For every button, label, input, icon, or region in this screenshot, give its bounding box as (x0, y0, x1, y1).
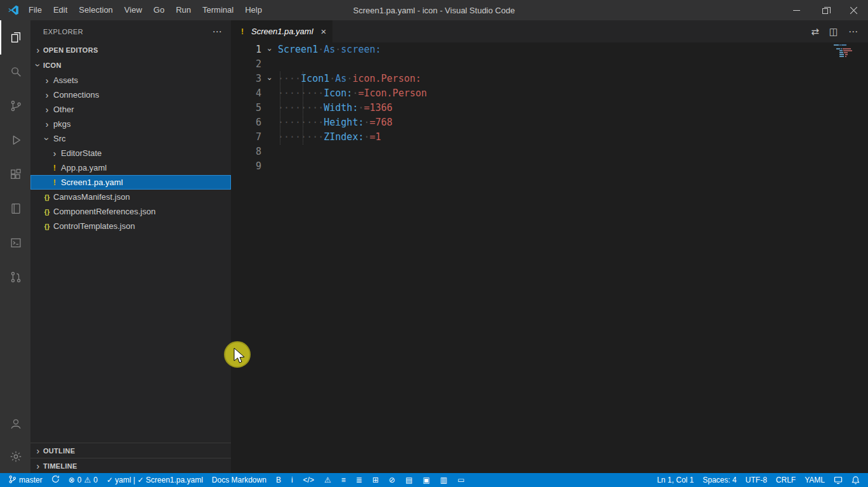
run-debug-icon[interactable] (0, 123, 30, 157)
italic-icon[interactable]: i (286, 473, 298, 487)
save-file-icon[interactable]: ▤ (400, 473, 418, 487)
fold-spacer (261, 115, 278, 130)
tree-item-pkgs[interactable]: ›pkgs (30, 117, 231, 131)
line-number: 5 (231, 101, 261, 115)
more-actions-icon[interactable]: ⋯ (213, 26, 222, 37)
section-project-root[interactable]: › ICON (30, 58, 231, 73)
language-mode[interactable]: YAML (800, 473, 829, 487)
account-icon[interactable] (0, 407, 30, 440)
window-controls (782, 0, 868, 20)
search-icon[interactable] (0, 55, 30, 89)
code-line-4[interactable]: 4········Icon:·=Icon.Person (231, 86, 868, 101)
tree-item-connections[interactable]: ›Connections (30, 88, 231, 102)
chevron-right-icon: › (33, 45, 43, 55)
menu-edit[interactable]: Edit (48, 0, 73, 20)
pull-request-icon[interactable] (0, 260, 30, 294)
tree-item-src[interactable]: ›Src (30, 131, 231, 146)
split-editor-icon[interactable]: ◫ (829, 26, 838, 37)
tree-item-componentreferences-json[interactable]: {}ComponentReferences.json (30, 204, 231, 219)
terminal-box-icon[interactable] (0, 226, 30, 260)
notifications-bell-icon[interactable] (847, 473, 864, 487)
export-icon[interactable]: ▥ (435, 473, 452, 487)
language-status[interactable]: ✓ yaml | ✓ Screen1.pa.yaml (102, 473, 207, 487)
insert-table-icon[interactable]: ⊞ (367, 473, 384, 487)
tree-item-editorstate[interactable]: ›EditorState (30, 146, 231, 160)
code-line-3[interactable]: 3›····Icon1·As·icon.Person: (231, 72, 868, 86)
restore-button[interactable] (811, 0, 839, 20)
menu-help[interactable]: Help (239, 0, 268, 20)
bold-icon[interactable]: B (271, 473, 286, 487)
menu-file[interactable]: File (23, 0, 48, 20)
encoding-setting[interactable]: UTF-8 (741, 473, 772, 487)
sync-icon (51, 475, 60, 485)
settings-icon[interactable] (0, 440, 30, 473)
tree-item-controltemplates-json[interactable]: {}ControlTemplates.json (30, 219, 231, 233)
tree-item-canvasmanifest-json[interactable]: {}CanvasManifest.json (30, 190, 231, 204)
code-line-9[interactable]: 9 (231, 159, 868, 174)
docs-icon[interactable] (0, 192, 30, 226)
section-open-editors[interactable]: › OPEN EDITORS (30, 42, 231, 58)
docs-markdown-status[interactable]: Docs Markdown (207, 473, 271, 487)
menu-run[interactable]: Run (170, 0, 197, 20)
code-text: ········Icon:·=Icon.Person (278, 86, 427, 101)
code-icon[interactable]: </> (298, 473, 319, 487)
code-line-8[interactable]: 8 (231, 145, 868, 159)
open-changes-icon[interactable]: ⇄ (811, 26, 819, 37)
remote-indicator-icon[interactable] (829, 473, 847, 487)
code-lines: 1›Screen1·As·screen:23›····Icon1·As·icon… (231, 42, 868, 174)
fold-spacer (261, 86, 278, 101)
tree-item-label: CanvasManifest.json (53, 192, 130, 202)
line-number: 8 (231, 145, 261, 159)
menu-go[interactable]: Go (148, 0, 170, 20)
sync-button[interactable] (47, 473, 64, 487)
statusbar-left: master ⊗ 0 ⚠ 0 ✓ yaml | ✓ Screen1.pa.yam… (0, 473, 470, 487)
source-control-icon[interactable] (0, 89, 30, 123)
indentation-setting[interactable]: Spaces: 4 (698, 473, 740, 487)
fold-chevron-icon[interactable]: › (263, 42, 277, 58)
chevron-right-icon: › (42, 105, 52, 115)
code-line-1[interactable]: 1›Screen1·As·screen: (231, 42, 868, 57)
unordered-list-icon[interactable]: ≣ (351, 473, 367, 487)
tree-item-label: App.pa.yaml (61, 163, 107, 172)
line-number: 3 (231, 72, 261, 86)
window-icon[interactable]: ▭ (452, 473, 470, 487)
eol-setting[interactable]: CRLF (772, 473, 800, 487)
line-number: 7 (231, 130, 261, 145)
menu-view[interactable]: View (119, 0, 148, 20)
section-timeline[interactable]: › TIMELINE (30, 458, 231, 473)
section-outline[interactable]: › OUTLINE (30, 443, 231, 458)
no-entry-icon[interactable]: ⊘ (384, 473, 400, 487)
code-line-7[interactable]: 7········ZIndex:·=1 (231, 130, 868, 145)
code-text: ········Width:·=1366 (278, 101, 393, 115)
minimap-line (834, 48, 863, 49)
code-line-2[interactable]: 2 (231, 57, 868, 72)
extensions-icon[interactable] (0, 157, 30, 192)
shield-icon[interactable]: ▣ (418, 473, 435, 487)
fold-chevron-icon[interactable]: › (263, 71, 277, 88)
explorer-icon[interactable] (0, 20, 30, 55)
code-text: ········Height:·=768 (278, 115, 393, 130)
close-button[interactable] (839, 0, 868, 20)
minimap[interactable] (834, 44, 863, 62)
tab-screen1-pa-yaml[interactable]: ! Screen1.pa.yaml × (231, 20, 333, 42)
branch-indicator[interactable]: master (4, 473, 47, 487)
close-tab-icon[interactable]: × (321, 26, 327, 37)
editor-more-actions-icon[interactable]: ⋯ (848, 26, 858, 37)
tree-item-assets[interactable]: ›Assets (30, 73, 231, 88)
ordered-list-icon[interactable]: ≡ (336, 473, 351, 487)
cursor-position[interactable]: Ln 1, Col 1 (652, 473, 698, 487)
tree-item-screen1-pa-yaml[interactable]: !Screen1.pa.yaml (30, 175, 231, 190)
code-line-6[interactable]: 6········Height:·=768 (231, 115, 868, 130)
problems-indicator[interactable]: ⊗ 0 ⚠ 0 (64, 473, 102, 487)
code-line-5[interactable]: 5········Width:·=1366 (231, 101, 868, 115)
tree-item-app-pa-yaml[interactable]: !App.pa.yaml (30, 160, 231, 175)
warning-icon[interactable]: ⚠ (319, 473, 336, 487)
menu-terminal[interactable]: Terminal (197, 0, 239, 20)
menu-selection[interactable]: Selection (73, 0, 118, 20)
code-area[interactable]: 1›Screen1·As·screen:23›····Icon1·As·icon… (231, 42, 868, 473)
tree-item-other[interactable]: ›Other (30, 102, 231, 117)
sidebar-spacer (30, 233, 231, 443)
minimize-button[interactable] (782, 0, 811, 20)
minimize-icon (793, 10, 800, 11)
minimap-line (834, 46, 863, 48)
